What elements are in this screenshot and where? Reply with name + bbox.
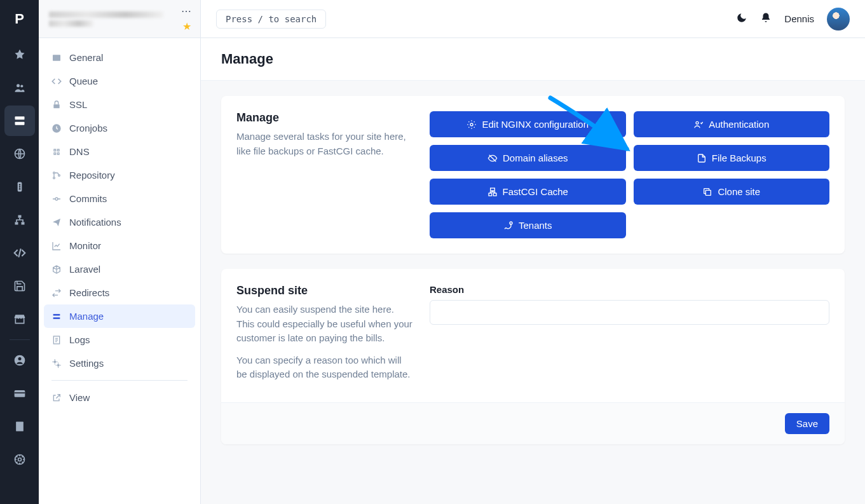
svg-rect-3 xyxy=(15,122,24,125)
svg-point-24 xyxy=(58,174,60,176)
sidebar-site-header[interactable]: ⋯ ★ xyxy=(39,0,200,38)
bell-icon[interactable] xyxy=(760,12,772,25)
rail-billing-icon[interactable] xyxy=(4,378,35,409)
svg-point-37 xyxy=(510,222,512,224)
rail-store-icon[interactable] xyxy=(4,304,35,334)
svg-rect-34 xyxy=(489,193,492,196)
sidebar-item-dns[interactable]: DNS xyxy=(44,140,195,163)
svg-rect-14 xyxy=(14,390,25,397)
sidebar-item-commits[interactable]: Commits xyxy=(44,187,195,210)
svg-point-6 xyxy=(18,184,20,186)
svg-point-31 xyxy=(470,123,473,126)
username[interactable]: Dennis xyxy=(784,13,814,24)
star-icon[interactable]: ★ xyxy=(182,20,191,32)
rail-account-icon[interactable] xyxy=(4,345,35,376)
sidebar-item-general[interactable]: General xyxy=(44,46,195,69)
rail-help-icon[interactable] xyxy=(4,444,35,475)
svg-rect-11 xyxy=(21,222,24,224)
more-icon[interactable]: ⋯ xyxy=(181,5,191,17)
tenants-button[interactable]: Tenants xyxy=(430,212,626,238)
svg-point-30 xyxy=(57,364,60,366)
file-backups-button[interactable]: File Backups xyxy=(634,145,830,171)
clone-site-button[interactable]: Clone site xyxy=(634,179,830,205)
svg-point-25 xyxy=(55,198,58,200)
sidebar-item-settings[interactable]: Settings xyxy=(44,351,195,375)
rail-rocket-icon[interactable] xyxy=(4,39,35,70)
svg-point-13 xyxy=(18,357,21,360)
svg-point-7 xyxy=(18,186,20,188)
sidebar-item-monitor[interactable]: Monitor xyxy=(44,234,195,257)
rail-code-icon[interactable] xyxy=(4,238,35,268)
rail-docs-icon[interactable] xyxy=(4,411,35,442)
edit-nginx-button[interactable]: Edit NGINX configuration xyxy=(430,111,626,137)
sidebar-item-cronjobs[interactable]: Cronjobs xyxy=(44,116,195,140)
avatar[interactable] xyxy=(827,8,850,31)
svg-rect-26 xyxy=(53,314,60,316)
svg-point-23 xyxy=(53,177,55,179)
svg-point-18 xyxy=(18,458,21,461)
svg-rect-15 xyxy=(14,392,25,393)
svg-rect-2 xyxy=(15,116,24,119)
rail-traffic-icon[interactable] xyxy=(4,172,35,202)
sidebar-item-ssl[interactable]: SSL xyxy=(44,93,195,116)
svg-point-22 xyxy=(53,172,55,174)
reason-label: Reason xyxy=(430,284,829,295)
suspend-desc-1: You can easily suspend the site here. Th… xyxy=(236,303,414,346)
svg-rect-9 xyxy=(18,215,21,218)
rail-users-icon[interactable] xyxy=(4,72,35,103)
search-hint[interactable]: Press / to search xyxy=(216,10,326,29)
svg-point-8 xyxy=(18,188,20,190)
reason-input[interactable] xyxy=(430,300,829,325)
suspend-card: Suspend site You can easily suspend the … xyxy=(221,269,845,444)
svg-rect-19 xyxy=(53,55,60,60)
svg-rect-36 xyxy=(706,190,711,195)
manage-card-title: Manage xyxy=(236,111,414,125)
manage-card: Manage Manage several tasks for your sit… xyxy=(221,96,845,254)
rail-network-icon[interactable] xyxy=(4,205,35,235)
sidebar-item-view[interactable]: View xyxy=(44,386,195,409)
fastcgi-cache-button[interactable]: FastCGI Cache xyxy=(430,179,626,205)
svg-point-32 xyxy=(696,121,698,124)
sidebar-item-redirects[interactable]: Redirects xyxy=(44,281,195,304)
dark-mode-icon[interactable] xyxy=(736,12,747,25)
svg-rect-20 xyxy=(53,104,59,108)
svg-rect-33 xyxy=(490,188,494,191)
sidebar-item-queue[interactable]: Queue xyxy=(44,69,195,93)
sidebar-item-laravel[interactable]: Laravel xyxy=(44,257,195,281)
rail-globe-icon[interactable] xyxy=(4,139,35,169)
sidebar-item-notifications[interactable]: Notifications xyxy=(44,210,195,234)
save-button[interactable]: Save xyxy=(785,413,829,434)
page-title: Manage xyxy=(221,51,845,67)
svg-rect-35 xyxy=(493,193,496,196)
suspend-card-title: Suspend site xyxy=(236,284,414,297)
sidebar-item-manage[interactable]: Manage xyxy=(44,304,195,328)
domain-aliases-button[interactable]: Domain aliases xyxy=(430,145,626,171)
svg-point-0 xyxy=(17,84,20,87)
manage-card-description: Manage several tasks for your site here,… xyxy=(236,130,414,158)
authentication-button[interactable]: Authentication xyxy=(634,111,830,137)
svg-point-1 xyxy=(20,85,23,87)
svg-rect-10 xyxy=(15,222,18,224)
rail-server-icon[interactable] xyxy=(4,106,35,136)
sidebar-item-repository[interactable]: Repository xyxy=(44,163,195,187)
suspend-desc-2: You can specify a reason too which will … xyxy=(236,353,414,382)
rail-save-icon[interactable] xyxy=(4,271,35,301)
svg-rect-16 xyxy=(16,422,24,432)
svg-rect-27 xyxy=(53,317,60,319)
brand-logo[interactable]: P xyxy=(0,0,39,38)
svg-point-29 xyxy=(53,360,56,363)
sidebar-item-logs[interactable]: Logs xyxy=(44,328,195,351)
